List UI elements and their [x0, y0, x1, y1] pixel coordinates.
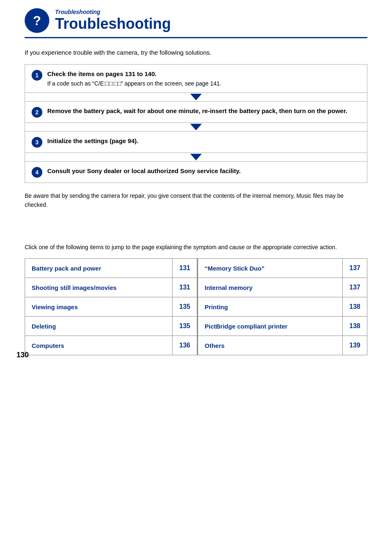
header-subtitle: Troubleshooting [55, 9, 171, 15]
page-number: 130 [16, 351, 29, 359]
step-1-main: Check the items on pages 131 to 140. [47, 69, 360, 78]
down-arrow-icon-2 [190, 124, 202, 130]
right-label-0[interactable]: “Memory Stick Duo” [198, 259, 343, 278]
down-arrow-icon-3 [190, 154, 202, 160]
left-label-2[interactable]: Viewing images [25, 297, 173, 317]
table-intro-paragraph: Click one of the following items to jump… [25, 243, 367, 252]
navigation-table: Battery pack and power131“Memory Stick D… [25, 258, 367, 355]
right-page-4[interactable]: 139 [343, 336, 367, 355]
right-label-1[interactable]: Internal memory [198, 278, 343, 297]
arrow-2 [25, 123, 367, 131]
step-number-1: 1 [32, 70, 42, 81]
step-content-4: Consult your Sony dealer or local author… [47, 167, 360, 175]
arrow-3 [25, 153, 367, 161]
left-label-0[interactable]: Battery pack and power [25, 259, 173, 278]
right-page-2[interactable]: 138 [343, 297, 367, 317]
left-label-4[interactable]: Computers [25, 336, 173, 355]
step-content-2: Remove the battery pack, wait for about … [47, 107, 360, 115]
left-page-4[interactable]: 136 [173, 336, 198, 355]
table-row-4[interactable]: Computers136Others139 [25, 336, 367, 355]
table-row-2[interactable]: Viewing images135Printing138 [25, 297, 367, 317]
step-content-3: Initialize the settings (page 94). [47, 137, 360, 145]
step-1-sub: If a code such as “C/E:□□:□□” appears on… [47, 80, 360, 88]
right-page-3[interactable]: 138 [343, 317, 367, 336]
intro-paragraph: If you experience trouble with the camer… [25, 48, 367, 58]
table-row-1[interactable]: Shooting still images/movies131Internal … [25, 278, 367, 297]
step-box-3: 3 Initialize the settings (page 94). [25, 131, 367, 153]
header-title: Troubleshooting [55, 15, 171, 32]
table-row-3[interactable]: Deleting135PictBridge compliant printer1… [25, 317, 367, 336]
steps-container: 1 Check the items on pages 131 to 140. I… [25, 64, 367, 183]
right-label-4[interactable]: Others [198, 336, 343, 355]
step-box-4: 4 Consult your Sony dealer or local auth… [25, 161, 367, 183]
left-label-3[interactable]: Deleting [25, 317, 173, 336]
right-page-0[interactable]: 137 [343, 259, 367, 278]
header-text-block: Troubleshooting Troubleshooting [55, 9, 171, 32]
left-page-0[interactable]: 131 [173, 259, 198, 278]
note-paragraph: Be aware that by sending the camera for … [25, 191, 367, 210]
step-box-1: 1 Check the items on pages 131 to 140. I… [25, 64, 367, 93]
arrow-1 [25, 93, 367, 101]
step-number-2: 2 [32, 107, 42, 118]
step-number-3: 3 [32, 137, 42, 148]
step-4-main: Consult your Sony dealer or local author… [47, 167, 360, 175]
table-row-0[interactable]: Battery pack and power131“Memory Stick D… [25, 259, 367, 278]
left-page-2[interactable]: 135 [173, 297, 198, 317]
question-mark-icon: ? [33, 13, 41, 28]
step-content-1: Check the items on pages 131 to 140. If … [47, 69, 360, 88]
right-page-1[interactable]: 137 [343, 278, 367, 297]
step-2-main: Remove the battery pack, wait for about … [47, 107, 360, 115]
left-page-1[interactable]: 131 [173, 278, 198, 297]
right-label-3[interactable]: PictBridge compliant printer [198, 317, 343, 336]
page-header: ? Troubleshooting Troubleshooting [25, 8, 367, 38]
step-number-4: 4 [32, 167, 42, 178]
header-icon: ? [25, 8, 49, 33]
left-page-3[interactable]: 135 [173, 317, 198, 336]
down-arrow-icon-1 [190, 94, 202, 100]
right-label-2[interactable]: Printing [198, 297, 343, 317]
left-label-1[interactable]: Shooting still images/movies [25, 278, 173, 297]
step-box-2: 2 Remove the battery pack, wait for abou… [25, 101, 367, 123]
step-3-main: Initialize the settings (page 94). [47, 137, 360, 145]
